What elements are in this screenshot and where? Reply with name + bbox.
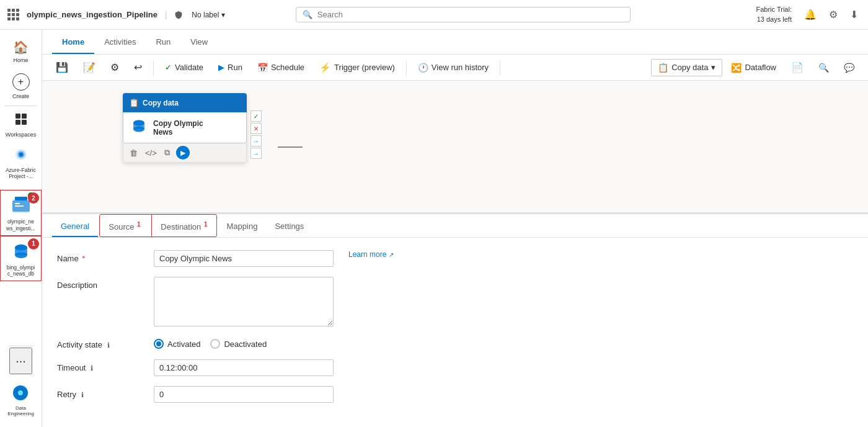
tab-home[interactable]: Home	[52, 30, 94, 54]
props-tab-destination[interactable]: Destination 1	[151, 215, 216, 236]
props-tab-mapping[interactable]: Mapping	[218, 215, 267, 237]
retry-input[interactable]	[154, 386, 334, 403]
nav-divider-1	[4, 106, 38, 106]
toolbar-sep-1	[153, 60, 154, 75]
notification-button[interactable]: 🔔	[802, 6, 819, 23]
activated-radio[interactable]: Activated	[154, 339, 200, 349]
validate-button[interactable]: ✓ Validate	[159, 60, 210, 75]
tab-activities[interactable]: Activities	[94, 30, 146, 54]
timeout-input[interactable]	[154, 359, 334, 376]
trigger-label: Trigger (preview)	[334, 63, 395, 72]
dataflow-icon: 🔀	[731, 63, 742, 73]
db-file-name: bing_olympic_news_db	[7, 264, 35, 277]
edit-icon: 📝	[83, 61, 95, 73]
failure-indicator: ✕	[250, 123, 262, 134]
copy-data-button[interactable]: 📋 Copy data ▾	[651, 59, 722, 76]
completion-indicator: →	[250, 135, 262, 146]
dataflow-button[interactable]: 🔀 Dataflow	[725, 60, 782, 76]
no-label-text: No label	[192, 11, 219, 19]
timeout-info-icon[interactable]: ℹ	[91, 364, 93, 372]
props-tab-settings[interactable]: Settings	[266, 215, 312, 237]
props-tab-source[interactable]: Source 1	[100, 215, 149, 236]
deactivated-radio[interactable]: Deactivated	[210, 339, 267, 349]
validate-icon: ✓	[165, 63, 172, 72]
description-input[interactable]	[154, 277, 334, 326]
learn-more-link[interactable]: Learn more ↗	[348, 250, 394, 259]
name-input[interactable]	[154, 250, 334, 267]
history-label: View run history	[432, 63, 489, 72]
code-view-button[interactable]: </>	[144, 147, 158, 159]
file-item-db[interactable]: bing_olympic_news_db 1	[0, 236, 42, 281]
sidebar-item-data-engineering[interactable]: DataEngineering	[5, 379, 37, 422]
sidebar-create-label: Create	[12, 93, 29, 99]
retry-info-icon[interactable]: ℹ	[81, 391, 84, 398]
sidebar-item-home[interactable]: 🏠 Home	[0, 35, 42, 68]
search-input[interactable]	[317, 10, 624, 19]
shield-badge	[174, 11, 183, 19]
settings-button[interactable]: ⚙	[826, 6, 840, 23]
data-engineering-icon	[12, 384, 29, 403]
save-button[interactable]: 💾	[50, 58, 74, 76]
topbar-icons: 🔔 ⚙ ⬇	[802, 6, 861, 23]
sidebar-home-label: Home	[13, 57, 28, 63]
svg-rect-0	[16, 114, 20, 119]
activity-name: Copy OlympicNews	[153, 119, 203, 137]
file-items-section: olympic_news_ingesti... 2 bing_oly	[0, 189, 42, 281]
trigger-icon: ⚡	[319, 62, 331, 73]
activity-header: 📋 Copy data	[123, 93, 247, 112]
grid-icon[interactable]	[7, 9, 19, 20]
no-label-button[interactable]: No label ▾	[188, 9, 229, 20]
history-icon: 🕐	[418, 63, 428, 73]
search-box[interactable]: 🔍	[296, 7, 631, 22]
gear-icon: ⚙	[110, 61, 119, 73]
svg-rect-10	[15, 203, 20, 204]
sidebar-workspaces-label: Workspaces	[6, 132, 36, 138]
properties-button[interactable]: ⚙	[104, 58, 125, 76]
pipeline-canvas[interactable]: 📋 Copy data Copy OlympicNews	[42, 81, 868, 214]
clone-activity-button[interactable]: ⧉	[163, 146, 171, 159]
skip-indicator: →	[250, 148, 262, 159]
search-canvas-button[interactable]: 🔍	[812, 60, 835, 76]
plus-icon: +	[18, 77, 24, 87]
tab-view[interactable]: View	[180, 30, 218, 54]
tab-run[interactable]: Run	[146, 30, 180, 54]
retry-label: Retry ℹ	[57, 386, 144, 399]
source-error-badge: 1	[137, 221, 141, 228]
svg-rect-3	[22, 120, 27, 125]
more-button[interactable]: ···	[9, 348, 32, 374]
undo-button[interactable]: ↩	[128, 58, 148, 76]
props-tab-general[interactable]: General	[52, 215, 98, 237]
activity-state-info-icon[interactable]: ℹ	[107, 341, 110, 349]
canvas-connector-line	[278, 146, 303, 148]
activated-radio-circle	[154, 339, 164, 349]
history-button[interactable]: 🕐 View run history	[412, 60, 495, 76]
activity-node[interactable]: 📋 Copy data Copy OlympicNews	[123, 93, 247, 163]
home-icon: 🏠	[13, 40, 29, 55]
file-item-pipeline[interactable]: olympic_news_ingesti... 2	[0, 190, 42, 235]
download-button[interactable]: ⬇	[848, 6, 861, 23]
activity-header-label: Copy data	[143, 99, 179, 107]
name-label: Name *	[57, 250, 144, 263]
shield-icon	[174, 11, 183, 19]
pipeline-icon-button[interactable]: 📄	[785, 58, 810, 76]
fabric-trial-line2: 13 days left	[756, 15, 792, 24]
trigger-button[interactable]: ⚡ Trigger (preview)	[313, 59, 401, 76]
sidebar-item-workspaces[interactable]: Workspaces	[0, 107, 42, 143]
schedule-button[interactable]: 📅 Schedule	[251, 60, 311, 76]
success-indicator: ✓	[250, 110, 262, 122]
name-required: *	[82, 254, 85, 263]
edit-button[interactable]: 📝	[77, 58, 102, 76]
external-link-icon: ↗	[389, 251, 394, 258]
delete-activity-button[interactable]: 🗑	[128, 147, 139, 159]
data-engineering-section: DataEngineering	[5, 379, 37, 422]
run-button[interactable]: ▶ Run	[212, 60, 249, 75]
comment-button[interactable]: 💬	[838, 60, 861, 76]
chevron-down-icon: ▾	[221, 11, 225, 19]
sidebar-item-azure-fabric[interactable]: Azure-FabricProject -...	[0, 143, 42, 184]
svg-rect-8	[15, 197, 27, 200]
activated-label: Activated	[167, 339, 200, 349]
run-activity-button[interactable]: ▶	[176, 146, 190, 160]
svg-point-6	[19, 153, 23, 157]
svg-point-15	[15, 249, 27, 253]
sidebar-item-create[interactable]: + Create	[0, 68, 42, 104]
